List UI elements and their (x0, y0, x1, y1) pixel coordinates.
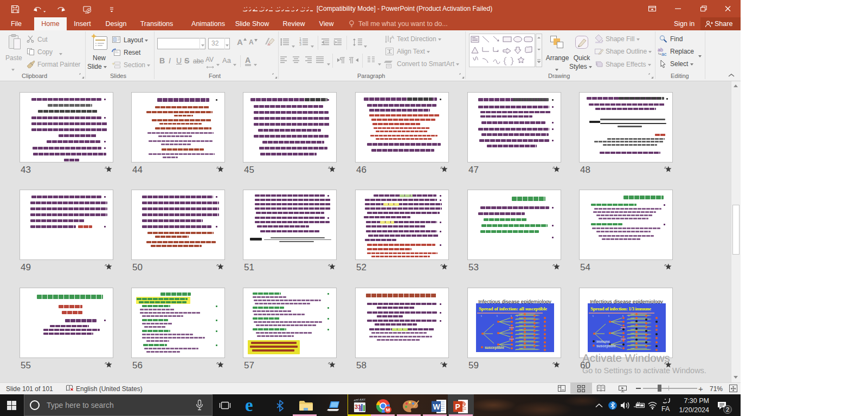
svg-text:immune: immune (596, 340, 610, 343)
svg-text:Spread of infection: 1/3 immun: Spread of infection: 1/3 immune (590, 306, 651, 311)
svg-text:Spread of infection: all susce: Spread of infection: all susceptible (479, 306, 547, 311)
svg-text:A: A (391, 35, 394, 40)
svg-text:ac: ac (661, 51, 667, 56)
svg-text:P: P (455, 402, 460, 411)
svg-text:W: W (433, 402, 441, 411)
svg-text:susceptible: susceptible (596, 344, 616, 348)
svg-text:susceptible: susceptible (485, 346, 504, 350)
